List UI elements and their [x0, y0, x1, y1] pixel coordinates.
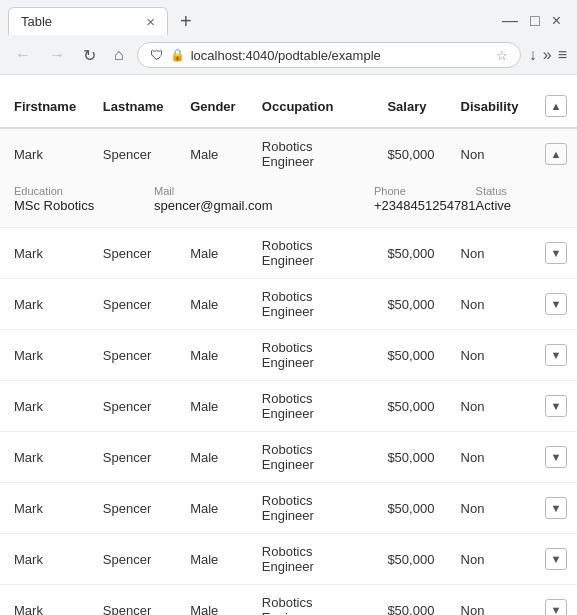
expand-cell: ▼ — [531, 534, 577, 585]
table-row: MarkSpencerMaleRobotics Engineer$50,000N… — [0, 585, 577, 616]
home-button[interactable]: ⌂ — [109, 44, 129, 66]
cell-firstname: Mark — [0, 279, 89, 330]
bookmark-icon[interactable]: ☆ — [496, 48, 508, 63]
expand-row-button[interactable]: ▼ — [545, 446, 567, 468]
mail-value: spencer@gmail.com — [154, 198, 374, 213]
cell-lastname: Spencer — [89, 228, 176, 279]
phone-value: +2348451254781 — [374, 198, 476, 213]
cell-firstname: Mark — [0, 128, 89, 179]
col-firstname: Firstname — [0, 85, 89, 128]
cell-occupation: Robotics Engineer — [248, 330, 374, 381]
expand-row-button[interactable]: ▼ — [545, 344, 567, 366]
cell-salary: $50,000 — [373, 128, 446, 179]
cell-gender: Male — [176, 228, 248, 279]
cell-gender: Male — [176, 483, 248, 534]
cell-disability: Non — [447, 128, 531, 179]
forward-button[interactable]: → — [44, 44, 70, 66]
expand-cell: ▼ — [531, 330, 577, 381]
status-label: Status — [476, 185, 563, 197]
cell-gender: Male — [176, 330, 248, 381]
window-controls: — □ × — [494, 6, 569, 36]
cell-lastname: Spencer — [89, 534, 176, 585]
table-header: Firstname Lastname Gender Occupation Sal… — [0, 85, 577, 128]
cell-disability: Non — [447, 279, 531, 330]
status-value: Active — [476, 198, 563, 213]
phone-label: Phone — [374, 185, 476, 197]
expand-row-button[interactable]: ▼ — [545, 395, 567, 417]
browser-chrome: Table × + — □ × ← → ↻ ⌂ 🛡 🔒 localhost:40… — [0, 0, 577, 75]
table-row: MarkSpencerMaleRobotics Engineer$50,000N… — [0, 228, 577, 279]
collapse-all-button[interactable]: ▲ — [545, 95, 567, 117]
col-expand: ▲ — [531, 85, 577, 128]
cell-disability: Non — [447, 432, 531, 483]
col-lastname: Lastname — [89, 85, 176, 128]
maximize-button[interactable]: □ — [530, 12, 540, 30]
cell-disability: Non — [447, 381, 531, 432]
cell-gender: Male — [176, 585, 248, 616]
expand-cell: ▼ — [531, 381, 577, 432]
cell-salary: $50,000 — [373, 381, 446, 432]
more-icon[interactable]: » — [543, 46, 552, 64]
education-label: Education — [14, 185, 154, 197]
cell-lastname: Spencer — [89, 585, 176, 616]
col-salary: Salary — [373, 85, 446, 128]
table-row: MarkSpencerMaleRobotics Engineer$50,000N… — [0, 330, 577, 381]
expand-row-button[interactable]: ▼ — [545, 599, 567, 615]
refresh-button[interactable]: ↻ — [78, 44, 101, 67]
expand-cell: ▼ — [531, 279, 577, 330]
cell-lastname: Spencer — [89, 279, 176, 330]
active-tab[interactable]: Table × — [8, 7, 168, 35]
cell-firstname: Mark — [0, 381, 89, 432]
cell-occupation: Robotics Engineer — [248, 279, 374, 330]
col-gender: Gender — [176, 85, 248, 128]
expand-cell: ▼ — [531, 432, 577, 483]
expand-row-button[interactable]: ▼ — [545, 548, 567, 570]
data-table: Firstname Lastname Gender Occupation Sal… — [0, 85, 577, 615]
cell-lastname: Spencer — [89, 381, 176, 432]
table-row: MarkSpencerMaleRobotics Engineer$50,000N… — [0, 483, 577, 534]
extra-nav-icons: ↓ » ≡ — [529, 46, 567, 64]
menu-icon[interactable]: ≡ — [558, 46, 567, 64]
collapse-row-button[interactable]: ▲ — [545, 143, 567, 165]
tab-title: Table — [21, 14, 138, 29]
cell-salary: $50,000 — [373, 483, 446, 534]
status-cell: Status Active — [476, 185, 563, 213]
cell-lastname: Spencer — [89, 483, 176, 534]
cell-gender: Male — [176, 381, 248, 432]
mail-label: Mail — [154, 185, 374, 197]
expand-row-button[interactable]: ▼ — [545, 293, 567, 315]
detail-row: Education MSc Robotics Mail spencer@gmai… — [0, 179, 577, 228]
cell-salary: $50,000 — [373, 279, 446, 330]
detail-grid: Education MSc Robotics Mail spencer@gmai… — [14, 185, 563, 213]
expand-cell: ▼ — [531, 228, 577, 279]
cell-disability: Non — [447, 330, 531, 381]
cell-occupation: Robotics Engineer — [248, 585, 374, 616]
col-occupation: Occupation — [248, 85, 374, 128]
cell-gender: Male — [176, 432, 248, 483]
address-bar[interactable]: 🛡 🔒 localhost:4040/podtable/example ☆ — [137, 42, 521, 68]
table-body: MarkSpencerMaleRobotics Engineer$50,000N… — [0, 128, 577, 615]
table-container: Firstname Lastname Gender Occupation Sal… — [0, 75, 577, 615]
cell-occupation: Robotics Engineer — [248, 483, 374, 534]
tab-bar: Table × + — □ × — [0, 0, 577, 36]
cell-occupation: Robotics Engineer — [248, 381, 374, 432]
cell-disability: Non — [447, 585, 531, 616]
cell-firstname: Mark — [0, 534, 89, 585]
cell-lastname: Spencer — [89, 128, 176, 179]
close-window-button[interactable]: × — [552, 12, 561, 30]
cell-disability: Non — [447, 228, 531, 279]
expand-row-button[interactable]: ▼ — [545, 497, 567, 519]
table-row: MarkSpencerMaleRobotics Engineer$50,000N… — [0, 432, 577, 483]
expand-row-button[interactable]: ▼ — [545, 242, 567, 264]
download-icon[interactable]: ↓ — [529, 46, 537, 64]
new-tab-button[interactable]: + — [172, 10, 200, 33]
table-row: MarkSpencerMaleRobotics Engineer$50,000N… — [0, 128, 577, 179]
cell-occupation: Robotics Engineer — [248, 128, 374, 179]
tab-close-button[interactable]: × — [146, 14, 155, 29]
minimize-button[interactable]: — — [502, 12, 518, 30]
back-button[interactable]: ← — [10, 44, 36, 66]
cell-firstname: Mark — [0, 483, 89, 534]
mail-cell: Mail spencer@gmail.com — [154, 185, 374, 213]
expand-cell: ▼ — [531, 585, 577, 616]
address-text: localhost:4040/podtable/example — [191, 48, 490, 63]
